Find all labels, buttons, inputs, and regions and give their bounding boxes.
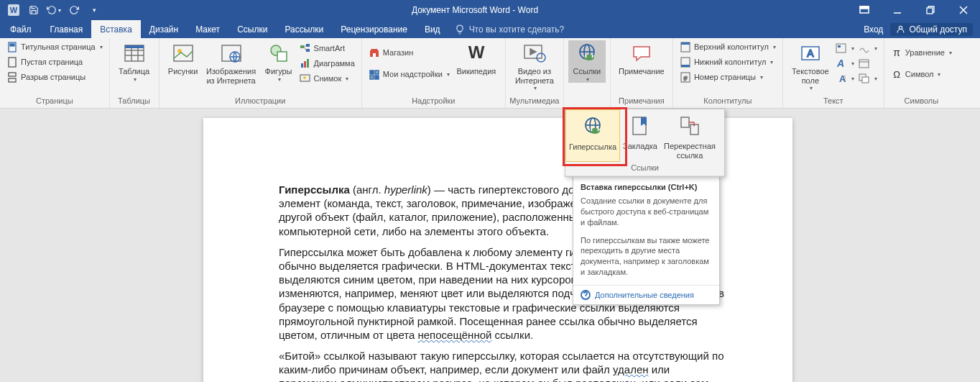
svg-rect-26 <box>277 52 287 61</box>
wordart-button[interactable]: A▾ <box>833 57 856 70</box>
svg-rect-68 <box>862 77 869 83</box>
store-button[interactable]: Магазин <box>366 46 452 59</box>
ribbon-options-icon[interactable] <box>848 0 881 20</box>
signature-icon <box>859 42 870 54</box>
online-pictures-icon <box>220 42 243 65</box>
tab-home[interactable]: Главная <box>42 20 92 38</box>
video-icon <box>523 42 546 65</box>
tab-design[interactable]: Дизайн <box>141 20 187 38</box>
textbox-icon: A <box>799 42 822 65</box>
word-icon: W <box>6 2 22 18</box>
object-button[interactable]: ▾ <box>856 72 879 85</box>
header-icon <box>680 41 691 53</box>
tab-references[interactable]: Ссылки <box>228 20 276 38</box>
svg-rect-12 <box>9 73 16 76</box>
symbol-button[interactable]: ΩСимвол▾ <box>889 68 954 81</box>
minimize-icon[interactable] <box>881 0 914 20</box>
online-pictures-button[interactable]: Изображения из Интернета <box>203 40 260 85</box>
undo-icon[interactable]: ▾ <box>46 2 62 18</box>
svg-rect-11 <box>9 58 16 67</box>
quickparts-button[interactable]: ▾ <box>833 42 856 55</box>
datetime-button[interactable] <box>856 57 879 70</box>
svg-rect-10 <box>10 44 14 46</box>
header-button[interactable]: Верхний колонтитул▾ <box>678 40 778 53</box>
svg-rect-37 <box>373 53 376 57</box>
cover-page-button[interactable]: Титульная страница▾ <box>4 40 105 53</box>
svg-rect-76 <box>681 117 689 127</box>
symbol-icon: Ω <box>891 68 902 80</box>
svg-rect-34 <box>307 59 309 68</box>
close-icon[interactable] <box>947 0 980 20</box>
svg-marker-44 <box>530 49 536 55</box>
tab-insert[interactable]: Вставка <box>91 20 141 38</box>
blank-page-button[interactable]: Пустая страница <box>4 55 105 68</box>
crossref-button[interactable]: Перекрестная ссылка <box>660 109 719 162</box>
svg-rect-29 <box>306 49 310 52</box>
group-headerfooter: Верхний колонтитул▾ Нижний колонтитул▾ #… <box>673 38 783 108</box>
table-button[interactable]: Таблица▾ <box>114 40 154 83</box>
tell-me[interactable]: Что вы хотите сделать? <box>449 20 565 38</box>
cover-page-icon <box>6 41 18 53</box>
object-icon <box>859 73 870 84</box>
group-comments: Примечание Примечания <box>611 38 673 108</box>
tooltip-more-link[interactable]: Дополнительные сведения <box>573 285 719 304</box>
group-links: Ссылки▾ <box>564 38 611 108</box>
tab-review[interactable]: Рецензирование <box>332 20 416 38</box>
my-addins-button[interactable]: Мои надстройки▾ <box>366 68 452 81</box>
textbox-button[interactable]: AТекстовое поле▾ <box>787 40 833 91</box>
save-icon[interactable] <box>26 2 42 18</box>
share-button[interactable]: Общий доступ <box>890 23 973 36</box>
signin-link[interactable]: Вход <box>864 24 883 35</box>
tab-file[interactable]: Файл <box>0 20 42 38</box>
bulb-icon <box>455 24 465 35</box>
svg-text:W: W <box>10 6 18 14</box>
svg-text:π: π <box>893 47 900 58</box>
redo-icon[interactable] <box>66 2 82 18</box>
signature-button[interactable]: ▾ <box>856 42 879 55</box>
quickparts-icon <box>836 42 847 54</box>
tooltip-text: Создание ссылки в документе для быстрого… <box>581 196 712 228</box>
svg-rect-13 <box>9 78 16 82</box>
qat-customize-icon[interactable]: ▾ <box>86 2 102 18</box>
equation-button[interactable]: πУравнение▾ <box>889 46 954 59</box>
bookmark-button[interactable]: Закладка <box>620 109 660 162</box>
doc-paragraph: «Битой» ссылкой называют такую гиперссыл… <box>279 349 728 382</box>
restore-icon[interactable] <box>914 0 947 20</box>
document-canvas[interactable]: Гиперссылка (англ. hyperlink) — часть ги… <box>0 109 980 382</box>
tab-view[interactable]: Вид <box>416 20 449 38</box>
group-symbols: πУравнение▾ ΩСимвол▾ Символы <box>884 38 958 108</box>
screenshot-button[interactable]: Снимок▾ <box>297 72 357 85</box>
svg-point-45 <box>537 53 545 62</box>
equation-icon: π <box>891 47 902 58</box>
svg-rect-3 <box>860 6 869 9</box>
tab-mailings[interactable]: Рассылки <box>276 20 332 38</box>
pictures-icon <box>172 42 195 65</box>
svg-point-36 <box>303 76 306 79</box>
smartart-button[interactable]: SmartArt <box>297 42 357 55</box>
shapes-button[interactable]: Фигуры▾ <box>260 40 297 83</box>
table-icon <box>123 42 146 65</box>
shapes-icon <box>267 42 290 65</box>
page-number-icon: # <box>680 71 691 83</box>
video-button[interactable]: Видео из Интернета▾ <box>510 40 559 91</box>
page-number-button[interactable]: #Номер страницы▾ <box>678 71 778 83</box>
svg-rect-53 <box>681 65 690 67</box>
hyperlink-button[interactable]: Гиперссылка <box>565 109 620 162</box>
footer-button[interactable]: Нижний колонтитул▾ <box>678 55 778 68</box>
comment-button[interactable]: Примечание <box>615 40 668 76</box>
svg-text:Ω: Ω <box>893 69 900 79</box>
pictures-button[interactable]: Рисунки <box>164 40 203 76</box>
links-button[interactable]: Ссылки▾ <box>568 40 606 83</box>
chart-button[interactable]: Диаграмма <box>297 57 357 70</box>
bookmark-icon <box>629 114 652 137</box>
svg-rect-59 <box>838 45 841 47</box>
wikipedia-button[interactable]: WВикипедия <box>452 40 501 76</box>
dropcap-button[interactable]: A▾ <box>833 72 856 85</box>
quick-access-toolbar: W ▾ ▾ <box>0 2 102 18</box>
page-break-button[interactable]: Разрыв страницы <box>4 71 105 83</box>
hyperlink-icon <box>581 115 604 138</box>
tab-layout[interactable]: Макет <box>187 20 228 38</box>
svg-rect-40 <box>370 76 374 79</box>
svg-rect-51 <box>681 42 690 45</box>
window-title: Документ Microsoft Word - Word <box>102 5 848 15</box>
